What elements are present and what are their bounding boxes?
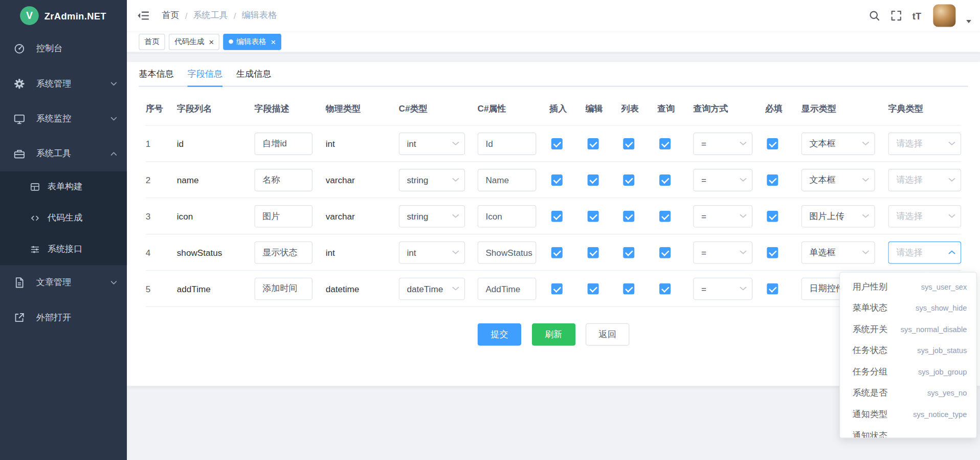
breadcrumb-system-tools[interactable]: 系统工具 [193,10,228,21]
chevron-down-icon [948,178,956,182]
dict-type-select[interactable]: 请选择 [888,241,961,264]
required-checkbox[interactable] [767,283,778,294]
tab-basic-info[interactable]: 基本信息 [139,62,173,85]
csharp-type-select[interactable]: int [399,132,465,155]
refresh-button[interactable]: 刷新 [531,323,575,346]
query-mode-select[interactable]: = [693,241,752,264]
dict-type-select[interactable]: 请选择 [888,168,961,191]
query-mode-select[interactable]: = [693,168,752,191]
query-checkbox[interactable] [659,247,671,258]
display-type-select[interactable]: 文本框 [801,132,875,155]
required-checkbox[interactable] [767,210,778,222]
description-input[interactable]: 图片 [254,205,313,227]
csharp-property-input[interactable]: ShowStatus [478,241,537,264]
dict-option-value: sys_user_sex [921,282,967,291]
tab-field-info[interactable]: 字段信息 [188,62,222,85]
list-checkbox[interactable] [623,247,634,258]
query-mode-select[interactable]: = [693,132,752,155]
back-button[interactable]: 返回 [586,323,630,346]
caret-down-icon[interactable] [966,20,971,23]
dict-option[interactable]: 通知状态 [840,425,976,439]
dict-option[interactable]: 通知类型 sys_notice_type [840,404,976,425]
required-checkbox[interactable] [767,138,778,149]
tag-label: 首页 [144,36,159,47]
dict-option[interactable]: 系统是否 sys_yes_no [840,383,976,404]
csharp-type-select[interactable]: string [399,205,465,227]
dict-option[interactable]: 系统开关 sys_normal_disable [840,319,976,340]
close-icon[interactable]: × [209,37,214,46]
column-name: name [177,175,255,185]
sidebar-item-system-management[interactable]: 系统管理 [0,67,127,101]
csharp-type-select[interactable]: string [399,168,465,191]
dict-type-select[interactable]: 请选择 [888,132,961,155]
logo-text: ZrAdmin.NET [44,10,106,21]
sidebar-item-dashboard[interactable]: 控制台 [0,31,127,66]
description-input[interactable]: 名称 [254,168,313,191]
insert-checkbox[interactable] [551,283,563,294]
dict-option[interactable]: 任务状态 sys_job_status [840,340,976,362]
display-type-select[interactable]: 单选框 [801,241,875,264]
csharp-type-select[interactable]: dateTime [399,277,465,300]
select-placeholder: 请选择 [896,247,946,258]
tag-home[interactable]: 首页 [139,33,165,50]
close-icon[interactable]: × [271,37,276,46]
dict-option[interactable]: 用户性别 sys_user_sex [840,276,976,298]
chevron-down-icon [740,141,747,146]
display-type-select[interactable]: 文本框 [801,168,875,191]
query-mode-select[interactable]: = [693,205,752,227]
breadcrumb-home[interactable]: 首页 [162,10,179,21]
sidebar-item-system-monitor[interactable]: 系统监控 [0,101,127,136]
required-checkbox[interactable] [767,174,778,185]
tab-gen-info[interactable]: 生成信息 [236,62,271,85]
csharp-property-input[interactable]: AddTime [478,277,537,300]
list-checkbox[interactable] [623,174,634,185]
description-input[interactable]: 添加时间 [254,277,313,300]
edit-checkbox[interactable] [587,247,598,258]
avatar[interactable] [933,5,955,27]
description-input[interactable]: 自增id [254,132,313,155]
edit-checkbox[interactable] [587,210,598,222]
dict-type-select[interactable]: 请选择 [888,205,961,227]
query-checkbox[interactable] [659,283,671,294]
tag-code-generator[interactable]: 代码生成 × [169,33,219,50]
display-type-select[interactable]: 图片上传 [801,205,875,227]
sidebar-item-code-generator[interactable]: 代码生成 [0,203,127,234]
sidebar-item-system-tools[interactable]: 系统工具 [0,136,127,171]
dict-option[interactable]: 任务分组 sys_job_group [840,361,976,383]
required-checkbox[interactable] [767,247,778,258]
insert-checkbox[interactable] [551,247,563,258]
list-checkbox[interactable] [623,210,634,222]
active-dot-icon [229,39,233,44]
dict-option[interactable]: 菜单状态 sys_show_hide [840,298,976,319]
sidebar-toggle-icon[interactable] [137,9,149,21]
insert-checkbox[interactable] [551,138,563,149]
select-placeholder: 请选择 [896,174,946,185]
description-input[interactable]: 显示状态 [254,241,313,264]
sliders-icon [30,245,40,255]
tag-edit-table[interactable]: 编辑表格 × [223,33,281,50]
search-icon[interactable] [868,10,880,21]
sidebar-item-external-open[interactable]: 外部打开 [0,300,127,335]
csharp-property-input[interactable]: Name [478,168,537,191]
csharp-property-input[interactable]: Id [478,132,537,155]
insert-checkbox[interactable] [551,210,563,222]
submit-button[interactable]: 提交 [478,323,522,346]
query-checkbox[interactable] [659,210,671,222]
sidebar-item-form-builder[interactable]: 表单构建 [0,171,127,203]
list-checkbox[interactable] [623,138,634,149]
csharp-property-input[interactable]: Icon [478,205,537,227]
query-checkbox[interactable] [659,174,671,185]
edit-checkbox[interactable] [587,138,598,149]
fullscreen-icon[interactable] [890,10,902,21]
edit-checkbox[interactable] [587,283,598,294]
sidebar-item-system-api[interactable]: 系统接口 [0,234,127,265]
list-checkbox[interactable] [623,283,634,294]
query-mode-select[interactable]: = [693,277,752,300]
edit-checkbox[interactable] [587,174,598,185]
font-size-icon[interactable]: tT [912,11,921,20]
app-logo[interactable]: V ZrAdmin.NET [0,0,127,31]
csharp-type-select[interactable]: int [399,241,465,264]
query-checkbox[interactable] [659,138,671,149]
sidebar-item-article-management[interactable]: 文章管理 [0,265,127,300]
insert-checkbox[interactable] [551,174,563,185]
